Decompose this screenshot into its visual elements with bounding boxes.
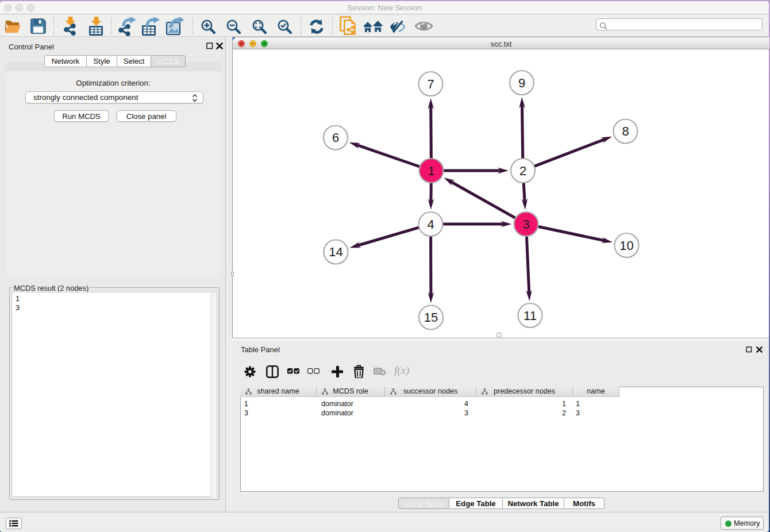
svg-text:8: 8	[622, 124, 629, 138]
svg-text:1: 1	[428, 164, 434, 178]
svg-text:9: 9	[518, 76, 525, 90]
svg-text:6: 6	[332, 130, 339, 145]
svg-text:7: 7	[427, 77, 434, 91]
svg-text:3: 3	[522, 217, 529, 232]
svg-text:15: 15	[424, 310, 438, 325]
svg-text:14: 14	[329, 245, 342, 259]
svg-text:4: 4	[427, 217, 434, 232]
svg-text:10: 10	[619, 238, 633, 253]
svg-text:2: 2	[519, 164, 526, 178]
svg-text:11: 11	[523, 309, 537, 323]
